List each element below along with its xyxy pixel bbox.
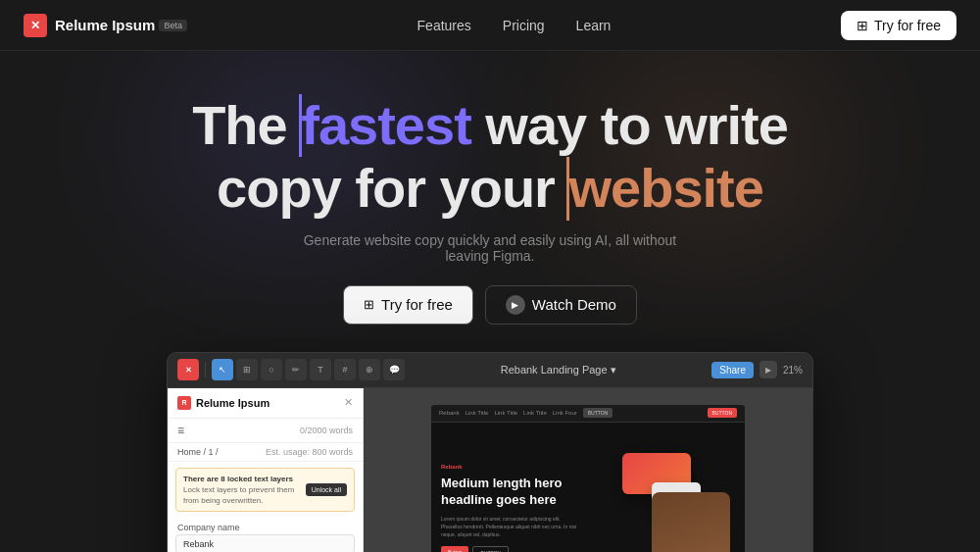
- logo-icon: ✕: [24, 14, 47, 37]
- phone-hand-illustration: [603, 433, 730, 552]
- figma-tools: ✕ ↖ ⊞ ○ ✏ T # ⊕ 💬: [177, 359, 405, 380]
- figma-topbar: ✕ ↖ ⊞ ○ ✏ T # ⊕ 💬 Rebank Landing Page ▾ …: [168, 353, 812, 388]
- site-cta2: BUTTON: [472, 546, 508, 552]
- design-canvas: Rebank Link Title Link Title Link Title …: [364, 388, 812, 552]
- site-left: Rebank Medium length hero headline goes …: [431, 423, 588, 552]
- plugin-breadcrumb: Home / 1 / Est. usage: 800 words: [168, 443, 363, 462]
- nav-links: Features Pricing Learn: [404, 12, 625, 39]
- figma-page-name[interactable]: Rebank Landing Page ▾: [501, 364, 616, 376]
- hero-section: The fastest way to write copy for your w…: [0, 51, 980, 325]
- plugin-locked-title: There are 8 locked text layers: [183, 474, 302, 484]
- figma-shape-tool[interactable]: ○: [261, 359, 282, 380]
- figma-comment-tool[interactable]: 💬: [383, 359, 405, 380]
- plugin-locked-box: There are 8 locked text layers Lock text…: [175, 468, 355, 513]
- site-nav-mock: Rebank Link Title Link Title Link Title …: [431, 405, 745, 423]
- nav-features[interactable]: Features: [404, 12, 485, 39]
- hero-title-part1: The: [192, 94, 301, 156]
- plugin-menu-row: ≡ 0/2000 words: [168, 419, 363, 443]
- hero-watch-demo-button[interactable]: ▶ Watch Demo: [485, 285, 637, 325]
- company-name-label: Company name: [168, 518, 363, 534]
- nav-pricing[interactable]: Pricing: [489, 12, 559, 39]
- figma-share-button[interactable]: Share: [711, 362, 754, 378]
- site-nav-btn: BUTTON: [708, 408, 737, 418]
- beta-badge: Beta: [159, 20, 187, 31]
- plugin-locked-desc: Lock text layers to prevent them from be…: [183, 485, 294, 505]
- plugin-breadcrumb-path: Home / 1 /: [177, 447, 219, 457]
- site-content: Rebank Medium length hero headline goes …: [431, 423, 745, 552]
- figma-zoom-level: 21%: [783, 365, 803, 376]
- site-nav-3: Link Title: [523, 410, 547, 416]
- company-name-input[interactable]: Rebank: [175, 534, 355, 552]
- nav-learn[interactable]: Learn: [563, 12, 625, 39]
- figma-cursor-tool[interactable]: ↖: [212, 359, 233, 380]
- logo-ipsum: Ipsum: [112, 17, 155, 33]
- plugin-menu-icon[interactable]: ≡: [177, 424, 184, 437]
- plugin-panel: R Relume Ipsum ✕ ≡ 0/2000 words Home / 1…: [168, 388, 364, 552]
- plugin-word-count: 0/2000 words: [300, 426, 353, 435]
- plugin-close-button[interactable]: ✕: [344, 396, 353, 409]
- logo-text: Relume Ipsum Beta: [55, 17, 187, 33]
- figma-resource-tool[interactable]: ⊕: [359, 359, 380, 380]
- site-btns: Button BUTTON: [441, 546, 578, 552]
- figma-component-tool[interactable]: #: [334, 359, 356, 380]
- site-cta1: Button: [441, 546, 468, 552]
- site-brand: Rebank: [439, 410, 460, 416]
- site-brand-tag: Rebank: [441, 464, 578, 470]
- hero-try-button[interactable]: ⊞ Try for free: [343, 285, 473, 325]
- site-nav-2: Link Title: [494, 410, 517, 416]
- figma-wrapper: ✕ ↖ ⊞ ○ ✏ T # ⊕ 💬 Rebank Landing Page ▾ …: [0, 352, 980, 552]
- plugin-locked-text: There are 8 locked text layers Lock text…: [183, 474, 302, 507]
- tool-separator: [205, 362, 206, 377]
- figma-window: ✕ ↖ ⊞ ○ ✏ T # ⊕ 💬 Rebank Landing Page ▾ …: [167, 352, 813, 552]
- site-nav-1: Link Title: [466, 410, 489, 416]
- plugin-title: R Relume Ipsum: [177, 396, 270, 410]
- navbar: ✕ Relume Ipsum Beta Features Pricing Lea…: [0, 0, 980, 51]
- hero-title: The fastest way to write copy for your w…: [192, 94, 788, 221]
- hand-shape: [652, 492, 730, 552]
- site-right: [588, 423, 745, 552]
- figma-text-tool[interactable]: T: [310, 359, 331, 380]
- hero-title-part3: copy for your: [217, 157, 568, 219]
- logo-area: ✕ Relume Ipsum Beta: [24, 14, 187, 37]
- hero-title-part2: way to write: [471, 94, 788, 156]
- hero-website-word: website: [568, 157, 762, 220]
- unlock-all-button[interactable]: Unlock all: [306, 483, 347, 496]
- site-nav-btn2: BUTTON: [583, 408, 612, 418]
- site-nav-4: Link Four: [553, 410, 577, 416]
- plugin-logo-icon: R: [177, 396, 191, 410]
- figma-icon: ⊞: [857, 18, 868, 33]
- figma-menu-tool[interactable]: ✕: [177, 359, 199, 380]
- site-body: Lorem ipsum dolor sit amet, consectetur …: [441, 515, 578, 538]
- hero-buttons: ⊞ Try for free ▶ Watch Demo: [343, 285, 637, 325]
- figma-play-button[interactable]: ▶: [760, 361, 777, 378]
- figma-center: Rebank Landing Page ▾: [501, 364, 616, 376]
- play-icon: ▶: [506, 295, 525, 315]
- hero-subtitle: Generate website copy quickly and easily…: [284, 232, 696, 264]
- plugin-header: R Relume Ipsum ✕: [168, 388, 363, 419]
- plugin-est-usage: Est. usage: 800 words: [266, 447, 353, 457]
- site-mockup: Rebank Link Title Link Title Link Title …: [431, 405, 745, 552]
- figma-canvas: R Relume Ipsum ✕ ≡ 0/2000 words Home / 1…: [168, 388, 812, 552]
- chevron-down-icon: ▾: [611, 364, 616, 376]
- hero-fastest-word: fastest: [301, 94, 471, 157]
- logo-brand: Relume: [55, 17, 108, 33]
- figma-frame-tool[interactable]: ⊞: [236, 359, 258, 380]
- site-headline: Medium length hero headline goes here: [441, 476, 578, 509]
- figma-right: Share ▶ 21%: [711, 361, 803, 378]
- figma-pen-tool[interactable]: ✏: [285, 359, 307, 380]
- figma-icon-btn: ⊞: [364, 297, 374, 312]
- nav-try-button[interactable]: ⊞ Try for free: [841, 11, 956, 40]
